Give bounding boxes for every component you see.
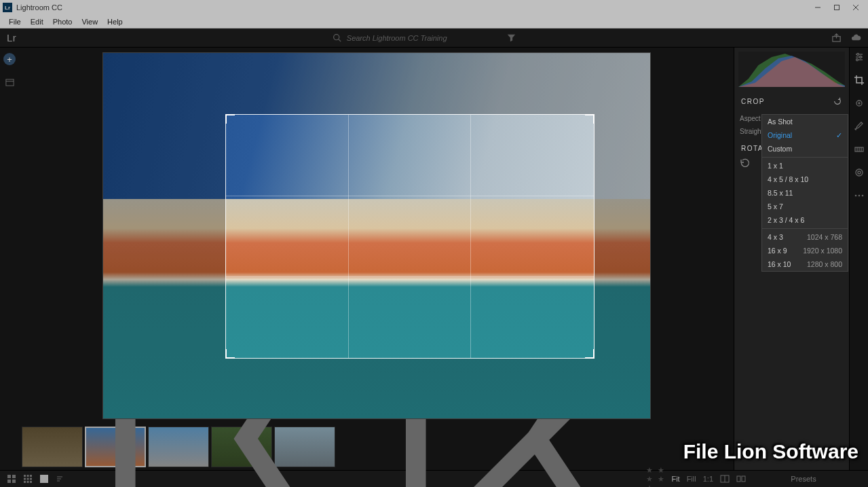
brush-tool-icon[interactable] [854, 121, 865, 133]
rotate-ccw-icon[interactable] [740, 158, 751, 168]
more-tools-icon[interactable] [854, 190, 865, 202]
crop-overlay[interactable] [225, 114, 595, 359]
aspect-option-1x1[interactable]: 1 x 1 [762, 159, 848, 173]
aspect-ratio-menu: As Shot Original Custom 1 x 1 4 x 5 / 8 … [761, 114, 848, 272]
svg-point-28 [861, 195, 863, 197]
left-rail: + [0, 48, 19, 470]
aspect-label: Aspect [740, 115, 761, 122]
tool-rail [849, 48, 868, 470]
svg-rect-29 [7, 475, 11, 478]
my-photos-icon[interactable] [5, 77, 15, 88]
grid-view-icon[interactable] [7, 474, 16, 484]
detail-view-icon[interactable] [39, 474, 49, 484]
svg-rect-36 [24, 478, 26, 480]
svg-rect-42 [40, 475, 48, 483]
histogram[interactable] [738, 52, 845, 87]
zoom-1to1[interactable]: 1:1 [703, 475, 713, 483]
svg-rect-31 [7, 480, 11, 483]
radial-gradient-icon[interactable] [854, 167, 865, 179]
svg-point-25 [858, 171, 861, 174]
share-icon[interactable] [831, 33, 842, 43]
menu-edit[interactable]: Edit [26, 18, 48, 26]
svg-point-27 [858, 195, 860, 197]
app-title: Lightroom CC [16, 3, 62, 12]
presets-button[interactable]: Presets [746, 475, 861, 483]
edit-sliders-icon[interactable] [854, 52, 865, 64]
app-icon: Lr [3, 3, 12, 12]
aspect-option-4x3[interactable]: 4 x 31024 x 768 [762, 230, 848, 244]
svg-point-26 [854, 195, 856, 197]
image-viewer[interactable] [19, 48, 734, 423]
aspect-option-4x5[interactable]: 4 x 5 / 8 x 10 [762, 173, 848, 186]
svg-rect-50 [742, 476, 745, 482]
linear-gradient-icon[interactable] [854, 144, 865, 156]
svg-rect-41 [30, 481, 32, 483]
crop-handle-tl[interactable] [225, 114, 235, 124]
aspect-option-original[interactable]: Original [762, 128, 848, 142]
zoom-fit[interactable]: Fit [671, 475, 679, 483]
menu-file[interactable]: File [4, 18, 26, 26]
lr-logo: Lr [7, 32, 16, 43]
svg-rect-37 [27, 478, 29, 480]
aspect-option-5x7[interactable]: 5 x 7 [762, 200, 848, 213]
aspect-option-16x9[interactable]: 16 x 91920 x 1080 [762, 244, 848, 257]
bottom-bar: ★ ★ ★ ★ ★ Fit Fill 1:1 Presets [0, 470, 868, 487]
reset-crop-icon[interactable] [833, 96, 842, 106]
minimize-button[interactable] [808, 1, 827, 14]
healing-brush-icon[interactable] [854, 98, 865, 110]
menu-photo[interactable]: Photo [48, 18, 77, 26]
svg-rect-32 [12, 480, 16, 483]
svg-rect-1 [835, 5, 839, 10]
maximize-button[interactable] [827, 1, 846, 14]
rating-stars[interactable]: ★ ★ ★ ★ ★ [646, 466, 671, 488]
square-grid-icon[interactable] [23, 474, 33, 484]
photo-canvas[interactable] [102, 52, 651, 419]
crop-handle-br[interactable] [585, 349, 595, 359]
svg-rect-33 [24, 475, 26, 477]
add-photos-button[interactable]: + [3, 53, 16, 65]
aspect-option-custom[interactable]: Custom [762, 142, 848, 156]
menu-bar: File Edit Photo View Help [0, 15, 868, 29]
crop-handle-tr[interactable] [585, 114, 595, 124]
right-panel: CROP Aspect Original Straighten ROTATE &… [734, 48, 849, 470]
svg-point-17 [856, 59, 858, 61]
cloud-icon[interactable] [851, 33, 861, 43]
filter-icon[interactable] [507, 33, 516, 42]
search-placeholder: Search Lightroom CC Training [347, 34, 447, 42]
search-box[interactable]: Search Lightroom CC Training [333, 33, 516, 42]
aspect-option-2x3[interactable]: 2 x 3 / 4 x 6 [762, 213, 848, 227]
svg-point-15 [856, 54, 858, 56]
top-toolbar: Lr Search Lightroom CC Training [0, 29, 868, 48]
zoom-fill[interactable]: Fill [687, 475, 696, 483]
crop-tool-icon[interactable] [854, 75, 865, 87]
crop-handle-bl[interactable] [225, 349, 235, 359]
svg-line-5 [339, 39, 341, 41]
svg-point-24 [856, 169, 863, 176]
crop-panel-title: CROP [741, 98, 765, 105]
aspect-option-as-shot[interactable]: As Shot [762, 115, 848, 128]
search-icon [333, 33, 341, 42]
window-titlebar: Lr Lightroom CC [0, 0, 868, 15]
svg-rect-40 [27, 481, 29, 483]
svg-point-19 [858, 103, 860, 104]
svg-rect-34 [27, 475, 29, 477]
close-button[interactable] [846, 1, 865, 14]
show-original-icon[interactable] [720, 474, 730, 484]
compare-icon[interactable] [736, 474, 746, 484]
svg-rect-49 [737, 476, 740, 482]
menu-view[interactable]: View [77, 18, 102, 26]
svg-rect-7 [5, 79, 13, 86]
svg-rect-30 [12, 475, 16, 478]
aspect-option-16x10[interactable]: 16 x 101280 x 800 [762, 257, 848, 271]
sort-icon[interactable] [56, 474, 65, 484]
menu-help[interactable]: Help [102, 18, 128, 26]
svg-rect-38 [30, 478, 32, 480]
svg-rect-39 [24, 481, 26, 483]
svg-point-4 [333, 35, 339, 40]
svg-point-16 [859, 56, 861, 58]
aspect-option-85x11[interactable]: 8.5 x 11 [762, 186, 848, 200]
svg-rect-35 [30, 475, 32, 477]
